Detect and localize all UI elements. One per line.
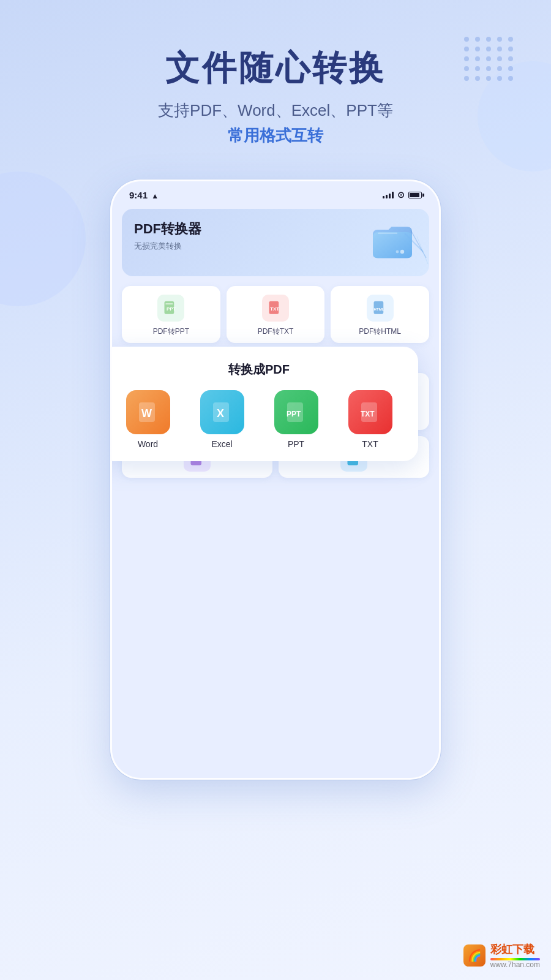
watermark-logo: 🌈 [463, 944, 485, 967]
pdf-to-html-label: PDF转HTML [359, 326, 401, 337]
status-icons: ⊙ [383, 190, 422, 200]
svg-text:PPT: PPT [287, 410, 301, 418]
convert-popup-card: 转换成PDF W Word [110, 347, 418, 461]
pdf-to-ppt-icon: PPT [157, 295, 184, 322]
status-time: 9:41 ▲ [129, 190, 159, 200]
watermark: 🌈 彩虹下载 www.7han.com [463, 942, 540, 969]
ppt-icon-label: PPT [288, 439, 304, 449]
svg-text:TXT: TXT [361, 410, 375, 418]
txt-icon-item[interactable]: TXT TXT [337, 390, 403, 449]
word-icon-label: Word [138, 439, 158, 449]
excel-icon-box: X [200, 390, 244, 434]
pdf-convert-row: PPT PDF转PPT TXT PDF转TXT [122, 286, 429, 343]
wifi-icon: ⊙ [397, 190, 405, 200]
svg-rect-6 [166, 303, 173, 304]
excel-icon-label: Excel [211, 439, 232, 449]
battery-icon [408, 192, 422, 198]
pdf-to-txt-icon: TXT [262, 295, 289, 322]
sparkle-lines [356, 227, 429, 276]
word-icon-box: W [126, 390, 170, 434]
watermark-url: www.7han.com [490, 960, 540, 969]
pdf-to-txt-label: PDF转TXT [258, 326, 294, 337]
pdf-to-txt-item[interactable]: TXT PDF转TXT [227, 286, 325, 343]
svg-text:W: W [141, 407, 152, 420]
svg-text:TXT: TXT [270, 306, 279, 311]
app-header-banner: PDF转换器 无损完美转换 [122, 209, 429, 276]
phone-mockup: 9:41 ▲ ⊙ PDF转换器 无损完美转换 [110, 179, 441, 780]
header-area: 文件随心转换 支持PDF、Word、Excel、PPT等 常用格式互转 [0, 0, 551, 161]
pdf-to-html-icon: HTML [367, 295, 394, 322]
ppt-icon-box: PPT [274, 390, 318, 434]
signal-icon [383, 191, 394, 198]
main-title: 文件随心转换 [0, 49, 551, 87]
ppt-icon-item[interactable]: PPT PPT [263, 390, 329, 449]
txt-icon-box: TXT [348, 390, 392, 434]
pdf-to-html-item[interactable]: HTML PDF转HTML [331, 286, 429, 343]
svg-line-4 [417, 236, 428, 264]
sub-line2: 常用格式互转 [228, 126, 323, 145]
section-pdf-from: PPT PDF转PPT TXT PDF转TXT [122, 286, 429, 343]
pdf-to-ppt-item[interactable]: PPT PDF转PPT [122, 286, 220, 343]
watermark-name: 彩虹下载 [490, 942, 540, 957]
pdf-to-ppt-label: PDF转PPT [153, 326, 189, 337]
status-bar: 9:41 ▲ ⊙ [112, 181, 439, 204]
sub-line1: 支持PDF、Word、Excel、PPT等 [158, 101, 393, 119]
svg-text:HTML: HTML [373, 306, 384, 311]
popup-icon-grid: W Word X Excel [114, 390, 403, 449]
word-icon-item[interactable]: W Word [114, 390, 181, 449]
excel-icon-item[interactable]: X Excel [189, 390, 255, 449]
sub-title: 支持PDF、Word、Excel、PPT等 常用格式互转 [0, 98, 551, 149]
phone-wrapper: 9:41 ▲ ⊙ PDF转换器 无损完美转换 [0, 179, 551, 780]
svg-text:X: X [217, 407, 224, 420]
txt-icon-label: TXT [362, 439, 378, 449]
watermark-text-area: 彩虹下载 www.7han.com [490, 942, 540, 969]
svg-text:PPT: PPT [167, 306, 176, 312]
popup-title: 转换成PDF [114, 361, 403, 378]
